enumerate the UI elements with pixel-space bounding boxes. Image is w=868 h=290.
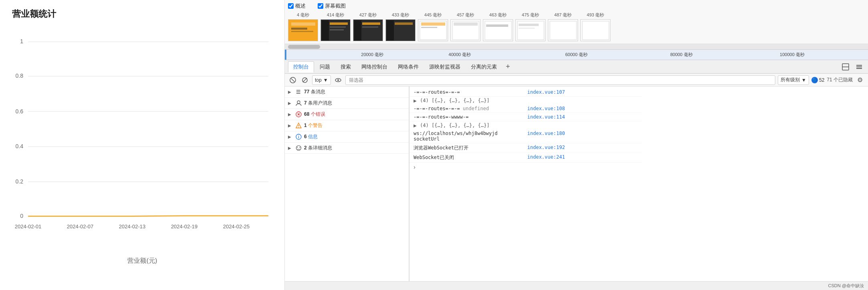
- group-verbose: ▶ 2 条详细消息: [285, 143, 409, 154]
- log-expand-2[interactable]: ▶ (4) [{…}, {…}, {…}, {…}]: [410, 121, 642, 129]
- log-text-4: ws://localhost/ws/whj8w4bwyjd socketUrl: [414, 131, 524, 142]
- tab-source-map[interactable]: 源映射监视器: [424, 62, 465, 72]
- screenshot-thumb-3[interactable]: 427 毫秒: [353, 12, 383, 41]
- group-user-messages-header[interactable]: ▶ 7 条用户消息: [285, 98, 409, 109]
- svg-text:2024-02-19: 2024-02-19: [171, 224, 197, 230]
- issue-number: 52: [819, 77, 824, 83]
- block-icon[interactable]: [300, 75, 310, 85]
- group-errors: ▶ 68 个错误: [285, 109, 409, 120]
- log-expand-bottom[interactable]: ›: [410, 163, 642, 171]
- log-text-1: -=-=-routes=-=-=: [414, 89, 524, 95]
- screenshots-row: 4 毫秒 414 毫秒: [288, 12, 865, 41]
- expand-arrow-warnings: ▶: [288, 123, 293, 128]
- group-errors-header[interactable]: ▶ 68 个错误: [285, 109, 409, 120]
- expand-arrow-log-2: ▶: [414, 123, 418, 128]
- svg-text:0.2: 0.2: [16, 178, 24, 185]
- group-info-header[interactable]: ▶ i 6 信息: [285, 131, 409, 142]
- log-link-4[interactable]: index.vue:180: [527, 131, 638, 136]
- checkbox-overview[interactable]: 概述: [288, 2, 306, 10]
- svg-rect-29: [362, 26, 378, 28]
- console-settings-button[interactable]: ⚙: [855, 75, 865, 85]
- screenshot-thumb-7[interactable]: 463 毫秒: [483, 12, 513, 41]
- screenshot-thumb-2[interactable]: 414 毫秒: [320, 12, 351, 41]
- log-link-1[interactable]: index.vue:107: [527, 89, 638, 95]
- tab-network-console[interactable]: 网络控制台: [357, 62, 392, 72]
- errors-count: 68 个错误: [304, 111, 325, 118]
- log-link-5[interactable]: index.vue:192: [527, 145, 638, 150]
- eye-icon[interactable]: [333, 75, 343, 85]
- debug-icon: [295, 145, 302, 151]
- screenshot-thumb-5[interactable]: 445 毫秒: [418, 12, 448, 41]
- group-messages-header[interactable]: ▶ ☰ 77 条消息: [285, 87, 409, 97]
- svg-line-57: [291, 79, 294, 82]
- context-value: top: [315, 77, 322, 83]
- svg-line-59: [303, 78, 307, 82]
- tab-detached[interactable]: 分离的元素: [466, 62, 502, 72]
- log-link-3[interactable]: index.vue:114: [527, 114, 638, 120]
- user-icon: [295, 100, 302, 107]
- user-messages-count: 7 条用户消息: [304, 100, 332, 107]
- svg-rect-41: [485, 21, 511, 40]
- log-expand-1[interactable]: ▶ (4) [{…}, {…}, {…}, {…}]: [410, 97, 642, 105]
- screenshot-thumb-10[interactable]: 493 毫秒: [580, 12, 610, 41]
- level-selector[interactable]: 所有级别 ▼: [778, 75, 809, 85]
- context-selector[interactable]: top ▼: [312, 75, 331, 85]
- timeline-scrollbar[interactable]: [285, 44, 868, 50]
- svg-point-71: [296, 146, 301, 151]
- dock-icon[interactable]: [840, 61, 851, 72]
- tab-issues[interactable]: 问题: [315, 62, 335, 72]
- timeline-ruler: 20000 毫秒 40000 毫秒 60000 毫秒 80000 毫秒 1000…: [285, 50, 868, 60]
- checkbox-screenshot[interactable]: 屏幕截图: [318, 2, 346, 10]
- svg-rect-23: [330, 22, 348, 25]
- screenshot-thumb-8[interactable]: 475 毫秒: [515, 12, 546, 41]
- svg-rect-28: [362, 22, 380, 25]
- svg-point-62: [297, 101, 300, 104]
- svg-rect-48: [550, 21, 576, 40]
- svg-rect-35: [421, 22, 445, 26]
- svg-rect-53: [856, 65, 862, 66]
- group-warnings-header[interactable]: ▶ 1 个警告: [285, 120, 409, 131]
- svg-text:i: i: [298, 135, 299, 139]
- filter-input[interactable]: [345, 75, 775, 85]
- console-toolbar: top ▼ 所有级别 ▼ 🔵 52 71 个已隐藏 ⚙: [285, 74, 868, 87]
- tab-network-conditions[interactable]: 网络条件: [393, 62, 424, 72]
- log-link-6[interactable]: index.vue:241: [527, 154, 638, 160]
- log-code-2: (4) [{…}, {…}, {…}, {…}]: [420, 123, 489, 128]
- expand-arrow-errors: ▶: [288, 112, 293, 117]
- tabs-bar: 控制台 问题 搜索 网络控制台 网络条件 源映射监视器 分离的元素 +: [285, 60, 868, 74]
- svg-text:2024-02-07: 2024-02-07: [67, 224, 93, 230]
- log-entry-5: 浏览器WebSocket已打开 index.vue:192: [410, 143, 642, 153]
- svg-rect-22: [322, 20, 329, 40]
- screenshot-thumb-9[interactable]: 487 毫秒: [548, 12, 578, 41]
- group-info: ▶ i 6 信息: [285, 131, 409, 143]
- error-icon: [295, 111, 302, 118]
- tab-search[interactable]: 搜索: [336, 62, 356, 72]
- settings-icon[interactable]: [854, 61, 865, 72]
- group-verbose-header[interactable]: ▶ 2 条详细消息: [285, 143, 409, 153]
- group-messages: ▶ ☰ 77 条消息: [285, 87, 409, 98]
- tab-console[interactable]: 控制台: [288, 61, 314, 72]
- group-warnings: ▶ 1 个警告: [285, 120, 409, 131]
- tab-add-button[interactable]: +: [503, 62, 513, 71]
- svg-rect-32: [395, 22, 413, 25]
- svg-text:2024-02-13: 2024-02-13: [119, 224, 145, 230]
- scroll-thumb[interactable]: [288, 45, 320, 49]
- warning-icon: [295, 123, 302, 129]
- svg-rect-36: [421, 27, 437, 28]
- svg-text:0.6: 0.6: [16, 108, 24, 115]
- svg-rect-39: [454, 22, 478, 26]
- screenshot-thumb-1[interactable]: 4 毫秒: [288, 12, 318, 41]
- devtools-panel: 概述 屏幕截图 4 毫秒 414: [285, 0, 868, 290]
- chart-area: 1 0.8 0.6 0.4 0.2 0 2024-02-01 2024-02-0…: [12, 28, 272, 252]
- svg-rect-55: [856, 68, 862, 69]
- log-link-2[interactable]: index.vue:108: [527, 106, 638, 111]
- bottom-bar: CSDN @命中缺汝: [285, 281, 868, 290]
- level-value: 所有级别: [781, 77, 800, 83]
- screenshot-strip: 概述 屏幕截图 4 毫秒 414: [285, 0, 868, 44]
- log-panel: -=-=-routes=-=-= index.vue:107 ▶ (4) [{……: [409, 87, 642, 281]
- screenshot-thumb-6[interactable]: 457 毫秒: [450, 12, 481, 41]
- verbose-count: 2 条详细消息: [304, 145, 332, 151]
- issue-count[interactable]: 🔵 52: [811, 77, 824, 83]
- clear-console-button[interactable]: [288, 75, 298, 85]
- screenshot-thumb-4[interactable]: 433 毫秒: [385, 12, 416, 41]
